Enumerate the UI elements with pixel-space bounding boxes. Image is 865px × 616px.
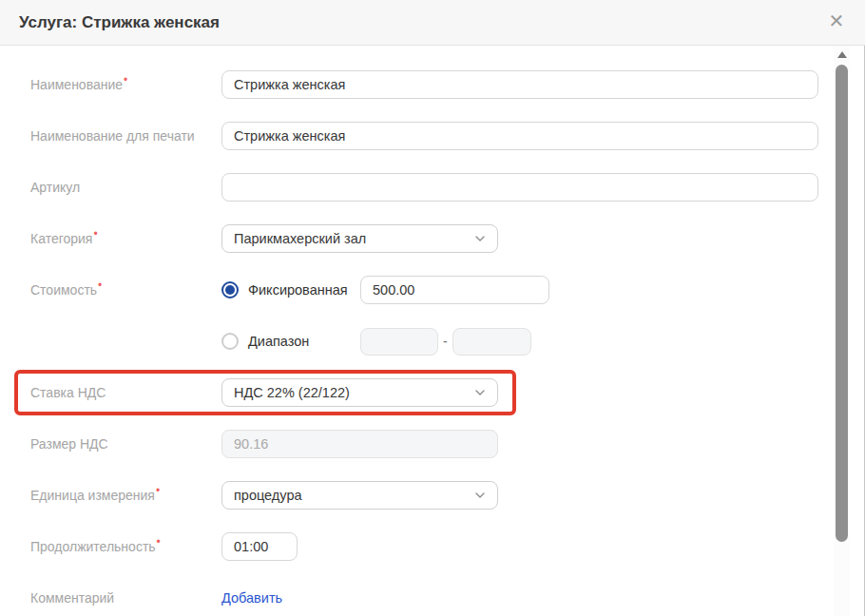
vat-rate-select[interactable]: НДС 22% (22/122) [221, 378, 498, 407]
print-name-label: Наименование для печати [30, 128, 221, 144]
field-row-category: Категория• Парикмахерский зал [30, 224, 865, 253]
unit-select[interactable]: процедура [221, 481, 498, 510]
cost-label: Стоимость• [30, 282, 221, 298]
service-form: Наименование• Наименование для печати Ар… [0, 46, 865, 612]
fixed-price-input[interactable] [360, 276, 549, 304]
scroll-up-arrow-icon[interactable] [837, 51, 847, 58]
sku-label: Артикул [30, 180, 221, 195]
duration-input[interactable] [221, 532, 298, 561]
category-select[interactable]: Парикмахерский зал [221, 224, 498, 253]
field-row-cost-fixed: Стоимость• Фиксированная [30, 276, 865, 304]
field-row-name: Наименование• [30, 70, 865, 99]
field-row-comment: Комментарий Добавить [30, 584, 865, 612]
modal-header: Услуга: Стрижка женская [0, 0, 865, 46]
vat-amount-label: Размер НДС [30, 436, 221, 452]
comment-label: Комментарий [30, 590, 221, 606]
cost-range-option: Диапазон - [221, 328, 531, 356]
duration-label: Продолжительность• [30, 539, 221, 554]
range-to-input [452, 328, 531, 356]
name-label: Наименование• [30, 77, 221, 92]
field-row-duration: Продолжительность• [30, 532, 865, 561]
range-separator: - [443, 334, 448, 349]
vat-amount-input [221, 430, 498, 458]
chevron-down-icon [473, 489, 487, 502]
field-row-cost-range: Диапазон - [30, 327, 865, 356]
category-select-value: Парикмахерский зал [234, 231, 366, 246]
field-row-vat-rate: Ставка НДС НДС 22% (22/122) [30, 378, 865, 407]
add-comment-link[interactable]: Добавить [221, 590, 282, 606]
modal-title: Услуга: Стрижка женская [19, 13, 220, 32]
chevron-down-icon [473, 386, 487, 399]
unit-select-value: процедура [234, 488, 302, 503]
vat-rate-select-value: НДС 22% (22/122) [234, 385, 350, 400]
cost-fixed-option: Фиксированная [221, 276, 549, 304]
vat-rate-label: Ставка НДС [30, 385, 221, 400]
range-price-radio[interactable] [221, 333, 239, 350]
required-marker: • [124, 73, 127, 87]
print-name-input[interactable] [221, 122, 818, 150]
sku-input[interactable] [221, 173, 818, 202]
field-row-unit: Единица измерения• процедура [30, 481, 865, 510]
field-row-print-name: Наименование для печати [30, 122, 865, 150]
category-label: Категория• [30, 231, 221, 246]
required-marker: • [98, 279, 102, 292]
fixed-price-radio-label: Фиксированная [248, 282, 353, 298]
name-input[interactable] [221, 70, 818, 99]
required-marker: • [156, 484, 160, 497]
range-from-input [360, 328, 438, 356]
vertical-scrollbar[interactable] [834, 46, 850, 616]
chevron-down-icon [473, 232, 487, 245]
required-marker: • [157, 535, 161, 549]
unit-label: Единица измерения• [30, 488, 221, 503]
required-marker: • [93, 227, 97, 241]
range-price-radio-label: Диапазон [248, 334, 353, 349]
fixed-price-radio[interactable] [221, 281, 239, 298]
close-button[interactable]: ✕ [823, 8, 850, 34]
field-row-vat-amount: Размер НДС [30, 430, 865, 458]
close-icon: ✕ [829, 10, 845, 31]
field-row-sku: Артикул [30, 173, 865, 202]
scrollbar-thumb[interactable] [836, 65, 848, 542]
